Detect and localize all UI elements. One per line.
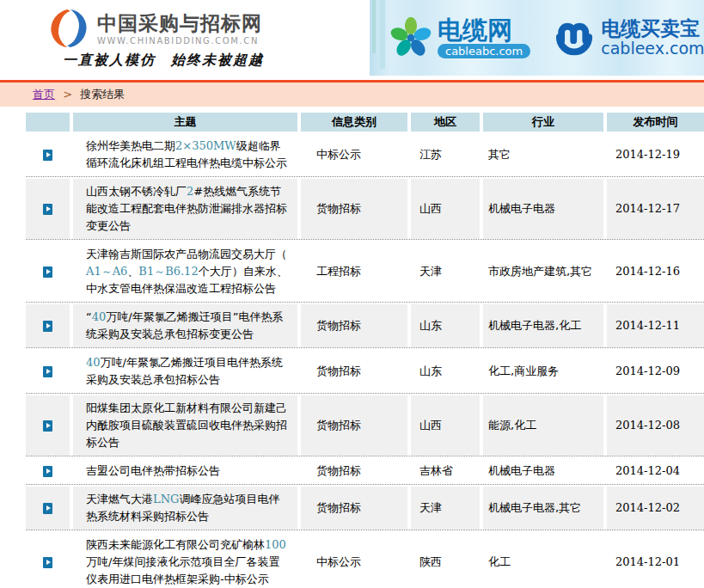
date-cell: 2014-12-19: [607, 133, 704, 176]
title-text: 吉盟公司电伴热带招标公告: [86, 464, 220, 477]
title-text: 天津翰吉斯国际农产品物流园交易大厅（: [86, 248, 287, 260]
table-row: “40万吨/年聚氯乙烯搬迁项目”电伴热系统采购及安装总承包招标变更公告货物招标山…: [26, 304, 704, 347]
search-results-table: 主题 信息类别 地区 行业 发布时间 徐州华美热电二期2×350MW级超临界循环…: [26, 113, 704, 588]
partner-banner: 电缆网 cableabc.com 电缆买卖宝 cableex.com: [370, 0, 704, 76]
category-cell: 货物招标: [301, 458, 411, 484]
play-bullet-icon: [43, 266, 52, 278]
play-bullet-icon: [43, 366, 52, 377]
category-cell: 货物招标: [301, 350, 411, 393]
play-bullet-icon: [43, 150, 52, 161]
region-cell: 江苏: [411, 133, 483, 176]
breadcrumb: 首页 > 搜索结果: [0, 83, 704, 107]
table-row: 徐州华美热电二期2×350MW级超临界循环流化床机组工程电伴热电缆中标公示中标公…: [26, 133, 704, 176]
result-title-cell: 徐州华美热电二期2×350MW级超临界循环流化床机组工程电伴热电缆中标公示: [73, 133, 301, 176]
site-title: 中国采购与招标网: [97, 12, 262, 34]
site-slogan: 一直被人模仿 始终未被超越: [63, 52, 264, 70]
result-title-link[interactable]: 山西太钢不锈冷轧厂2#热线燃气系统节能改造工程配套电伴热防泄漏排水器招标变更公告: [86, 183, 289, 235]
date-cell: 2014-12-08: [607, 395, 704, 456]
industry-cell: 机械电子电器,其它: [483, 487, 607, 530]
play-bullet-icon: [43, 557, 52, 568]
row-bullet-cell: [26, 179, 73, 239]
title-text: “: [86, 310, 92, 323]
table-row: 吉盟公司电伴热带招标公告货物招标吉林省机械电子电器2014-12-04: [26, 458, 704, 484]
title-text: 万吨/年聚氯乙烯搬迁项目”电伴热系统采购及安装总承包招标变更公告: [86, 310, 283, 340]
header-cell-subject: 主题: [73, 113, 301, 132]
result-title-link[interactable]: “40万吨/年聚氯乙烯搬迁项目”电伴热系统采购及安装总承包招标变更公告: [86, 309, 289, 343]
title-text: 天津燃气大港: [86, 493, 153, 505]
industry-cell: 化工,商业服务: [483, 350, 607, 393]
title-text: 陕西未来能源化工有限公司兖矿榆林: [86, 538, 265, 551]
play-bullet-icon: [43, 321, 52, 332]
date-cell: 2014-12-11: [607, 304, 704, 347]
region-cell: 山西: [411, 395, 483, 456]
title-keyword-highlight: 100: [265, 538, 286, 551]
result-title-link[interactable]: 陕西未来能源化工有限公司兖矿榆林100万吨/年煤间接液化示范项目全厂各装置仪表用…: [86, 536, 289, 588]
region-cell: 山东: [411, 350, 483, 393]
result-title-link[interactable]: 吉盟公司电伴热带招标公告: [86, 462, 220, 480]
site-logo[interactable]: 中国采购与招标网 WWW.CHINABIDDING.COM.CN: [47, 7, 262, 50]
header-cell-icon: [26, 113, 73, 132]
category-cell: 货物招标: [301, 395, 411, 456]
result-title-link[interactable]: 天津翰吉斯国际农产品物流园交易大厅（ A1～A6、B1～B6.12个大厅）自来水…: [86, 246, 289, 297]
row-bullet-cell: [26, 133, 73, 176]
category-cell: 货物招标: [301, 179, 411, 239]
table-header-row: 主题 信息类别 地区 行业 发布时间: [26, 113, 704, 132]
row-bullet-cell: [26, 350, 73, 393]
row-bullet-cell: [26, 242, 73, 302]
industry-cell: 机械电子电器: [483, 179, 607, 239]
result-title-cell: 阳煤集团太原化工新材料有限公司新建己内酰胺项目硫酸装置硫回收电伴热采购招标公告: [73, 395, 301, 456]
title-text: 徐州华美热电二期: [86, 139, 175, 152]
title-text: 万吨/年煤间接液化示范项目全厂各装置仪表用进口电伴热框架采购-中标公示: [86, 555, 279, 585]
cableex-name: 电缆买卖宝: [601, 18, 704, 40]
industry-cell: 化工: [483, 532, 607, 588]
title-text: 阳煤集团太原化工新材料有限公司新建己内酰胺项目硫酸装置硫回收电伴热采购招标公告: [86, 401, 287, 449]
site-logo-texts: 中国采购与招标网 WWW.CHINABIDDING.COM.CN: [97, 12, 262, 46]
title-keyword-highlight: B1～B6.12: [138, 265, 198, 278]
header-cell-date: 发布时间: [607, 113, 704, 132]
row-bullet-cell: [26, 487, 73, 530]
industry-cell: 机械电子电器: [483, 458, 607, 484]
category-cell: 中标公示: [301, 133, 411, 176]
site-url: WWW.CHINABIDDING.COM.CN: [97, 36, 262, 46]
play-bullet-icon: [43, 466, 52, 477]
table-row: 陕西未来能源化工有限公司兖矿榆林100万吨/年煤间接液化示范项目全厂各装置仪表用…: [26, 532, 704, 588]
table-row: 天津翰吉斯国际农产品物流园交易大厅（ A1～A6、B1～B6.12个大厅）自来水…: [26, 242, 704, 302]
cableabc-logo[interactable]: 电缆网 cableabc.com: [389, 15, 530, 60]
breadcrumb-separator: >: [63, 88, 72, 101]
date-cell: 2014-12-04: [607, 458, 704, 484]
category-cell: 工程招标: [301, 242, 411, 302]
page-header: 中国采购与招标网 WWW.CHINABIDDING.COM.CN 一直被人模仿 …: [0, 0, 704, 80]
title-keyword-highlight: 2×350MW: [175, 139, 236, 152]
result-title-cell: 陕西未来能源化工有限公司兖矿榆林100万吨/年煤间接液化示范项目全厂各装置仪表用…: [73, 532, 301, 588]
cableabc-domain: cableabc.com: [438, 44, 530, 58]
result-title-link[interactable]: 40万吨/年聚氯乙烯搬迁项目电伴热系统采购及安装总承包招标公告: [86, 354, 289, 389]
result-title-link[interactable]: 阳煤集团太原化工新材料有限公司新建己内酰胺项目硫酸装置硫回收电伴热采购招标公告: [86, 400, 289, 451]
region-cell: 天津: [411, 242, 483, 302]
play-bullet-icon: [43, 420, 52, 432]
breadcrumb-home-link[interactable]: 首页: [33, 88, 55, 101]
date-cell: 2014-12-16: [607, 242, 704, 302]
result-title-cell: 吉盟公司电伴热带招标公告: [73, 458, 301, 484]
play-bullet-icon: [43, 503, 52, 514]
table-row: 40万吨/年聚氯乙烯搬迁项目电伴热系统采购及安装总承包招标公告货物招标山东化工,…: [26, 350, 704, 393]
category-cell: 中标公示: [301, 532, 411, 588]
row-bullet-cell: [26, 458, 73, 484]
result-title-cell: 天津燃气大港LNG调峰应急站项目电伴热系统材料采购招标公告: [73, 487, 301, 530]
result-title-link[interactable]: 徐州华美热电二期2×350MW级超临界循环流化床机组工程电伴热电缆中标公示: [86, 138, 289, 172]
cableabc-name: 电缆网: [438, 17, 512, 43]
result-title-link[interactable]: 天津燃气大港LNG调峰应急站项目电伴热系统材料采购招标公告: [86, 491, 289, 525]
industry-cell: 能源,化工: [483, 395, 607, 456]
cableex-logo[interactable]: 电缆买卖宝 cableex.com: [553, 17, 704, 58]
result-title-cell: 山西太钢不锈冷轧厂2#热线燃气系统节能改造工程配套电伴热防泄漏排水器招标变更公告: [73, 179, 301, 239]
header-cell-industry: 行业: [483, 113, 607, 132]
region-cell: 吉林省: [411, 458, 483, 484]
flower-icon: [389, 15, 433, 60]
date-cell: 2014-12-01: [607, 532, 704, 588]
row-bullet-cell: [26, 304, 73, 347]
industry-cell: 市政房地产建筑,其它: [483, 242, 607, 302]
m-heart-icon: [553, 17, 596, 58]
category-cell: 货物招标: [301, 487, 411, 530]
title-keyword-highlight: A1～A6: [86, 265, 127, 278]
region-cell: 山西: [411, 179, 483, 239]
header-cell-region: 地区: [411, 113, 483, 132]
